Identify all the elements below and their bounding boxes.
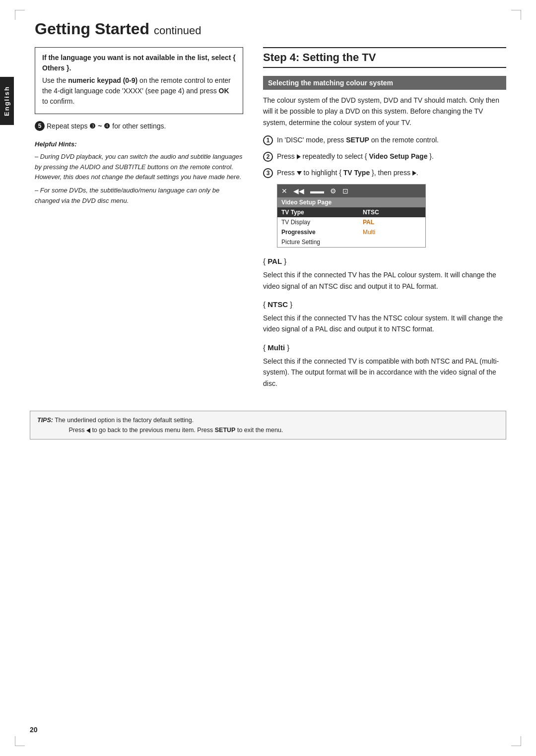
helpful-hints: Helpful Hints: – During DVD playback, yo… <box>35 139 243 206</box>
dvd-row-tvdisplay: TV Display PAL <box>277 217 425 227</box>
dvd-cell-tvtype-label: TV Type <box>277 207 359 217</box>
tips-line1: The underlined option is the factory def… <box>55 417 194 424</box>
repeat-steps-text: Repeat steps ❸ ~ ❹ for other settings. <box>47 121 166 131</box>
language-warning-box: If the language you want is not availabl… <box>35 47 243 114</box>
step-num-1: 1 <box>263 135 273 145</box>
multi-section: { Multi } Select this if the connected T… <box>263 342 506 389</box>
ntsc-text: Select this if the connected TV has the … <box>263 313 506 335</box>
tips-label: TIPS: <box>37 417 53 424</box>
step-num-3: 3 <box>263 168 273 178</box>
step-3-text: Press to highlight { TV Type }, then pre… <box>277 168 418 178</box>
dvd-cell-picture-value <box>359 237 425 247</box>
page-title: Getting Started continued <box>30 20 506 38</box>
tips-line2: Press to go back to the previous menu it… <box>68 427 283 434</box>
lang-warning-instruction: Use the numeric keypad (0-9) on the remo… <box>42 75 236 107</box>
hint-1: – During DVD playback, you can switch th… <box>35 152 243 183</box>
dvd-cell-tvdisplay-value: PAL <box>359 217 425 227</box>
helpful-hints-title: Helpful Hints: <box>35 139 243 150</box>
title-continued: continued <box>154 24 201 37</box>
pal-section: { PAL } Select this if the connected TV … <box>263 255 506 292</box>
page-container: English Getting Started continued If the… <box>0 0 536 756</box>
dvd-cell-tvdisplay-label: TV Display <box>277 217 359 227</box>
hint-2: – For some DVDs, the subtitle/audio/menu… <box>35 186 243 206</box>
pal-heading: { PAL } <box>263 255 506 267</box>
dvd-menu-title: Video Setup Page <box>277 197 425 207</box>
tips-box: TIPS: The underlined option is the facto… <box>30 411 506 440</box>
section-box: Selecting the matching colour system <box>263 76 506 90</box>
dvd-cell-tvtype-value: NTSC <box>359 207 425 217</box>
dvd-icon-settings: ⚙ <box>330 187 336 195</box>
dvd-row-tvtype: TV Type NTSC <box>277 207 425 217</box>
dvd-icon-audio: ◀◀ <box>293 187 304 195</box>
step-1-text: In 'DISC' mode, press SETUP on the remot… <box>277 135 439 145</box>
dvd-row-progressive: Progressive Multi <box>277 227 425 237</box>
dvd-icon-display: ▬▬ <box>310 187 324 195</box>
dvd-icon-extra: ⊡ <box>342 187 348 195</box>
repeat-steps: 5 Repeat steps ❸ ~ ❹ for other settings. <box>35 121 243 131</box>
step-circle-5: 5 <box>35 121 45 131</box>
lang-warning-bold: If the language you want is not availabl… <box>42 53 236 73</box>
left-column: If the language you want is not availabl… <box>35 47 243 396</box>
ntsc-section: { NTSC } Select this if the connected TV… <box>263 299 506 335</box>
dvd-menu-table: TV Type NTSC TV Display PAL Progressive … <box>277 207 425 247</box>
dvd-cell-progressive-value: Multi <box>359 227 425 237</box>
dvd-icon-scissors: ✕ <box>281 187 287 195</box>
pal-text: Select this if the connected TV has the … <box>263 269 506 292</box>
step-2: 2 Press repeatedly to select { Video Set… <box>263 151 506 162</box>
section-intro: The colour system of the DVD system, DVD… <box>263 95 506 128</box>
dvd-menu-screenshot: ✕ ◀◀ ▬▬ ⚙ ⊡ Video Setup Page TV Type NTS… <box>277 184 426 248</box>
step-3: 3 Press to highlight { TV Type }, then p… <box>263 168 506 178</box>
corner-mark-tr <box>511 10 521 20</box>
dvd-cell-progressive-label: Progressive <box>277 227 359 237</box>
ntsc-heading: { NTSC } <box>263 299 506 311</box>
title-main: Getting Started <box>35 20 149 38</box>
corner-mark-br <box>511 736 521 746</box>
step-1: 1 In 'DISC' mode, press SETUP on the rem… <box>263 135 506 145</box>
dvd-cell-picture-label: Picture Setting <box>277 237 359 247</box>
dvd-row-picture: Picture Setting <box>277 237 425 247</box>
step-4-header: Step 4: Setting the TV <box>263 47 506 68</box>
page-number: 20 <box>30 726 38 734</box>
two-column-layout: If the language you want is not availabl… <box>30 47 506 396</box>
multi-heading: { Multi } <box>263 342 506 354</box>
right-column: Step 4: Setting the TV Selecting the mat… <box>263 47 506 396</box>
multi-text: Select this if the connected TV is compa… <box>263 356 506 389</box>
corner-mark-bl <box>15 736 25 746</box>
english-tab: English <box>0 77 14 125</box>
dvd-menu-icons-bar: ✕ ◀◀ ▬▬ ⚙ ⊡ <box>277 185 425 197</box>
step-2-text: Press repeatedly to select { Video Setup… <box>277 151 434 162</box>
corner-mark-tl <box>15 10 25 20</box>
step-num-2: 2 <box>263 152 273 162</box>
